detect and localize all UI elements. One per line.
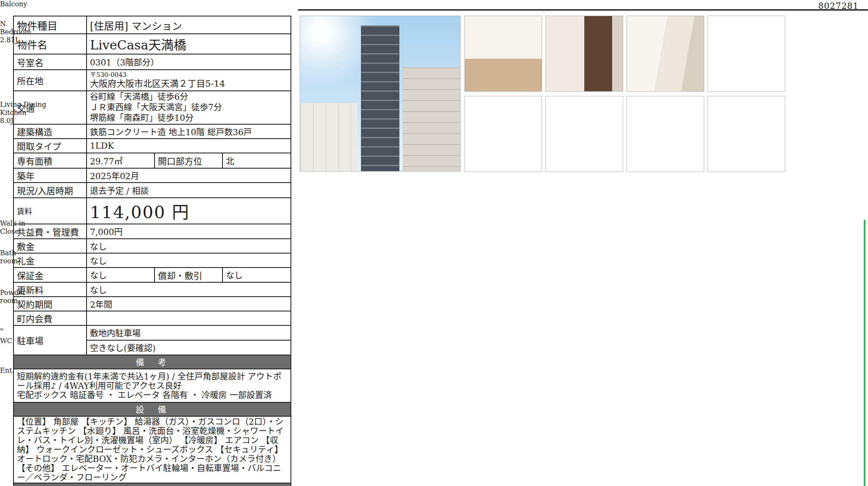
table-row: 敷金 なし xyxy=(14,239,291,253)
address-value: 〒530-0043 大阪府大阪市北区天満２丁目5-14 xyxy=(87,70,291,91)
parking-label: 駐車場 xyxy=(14,325,87,355)
photo-washbasin[interactable] xyxy=(545,96,623,172)
equipment-text: 【位置】 角部屋 【キッチン】 給湯器（ガス）・ガスコンロ（2口）・システムキッ… xyxy=(14,416,291,483)
transport-value: 谷町線「天満橋」徒歩6分 ＪＲ東西線「大阪天満宮」徒歩7分 堺筋線「南森町」徒歩… xyxy=(87,91,291,124)
photo-room-corner[interactable] xyxy=(627,16,704,92)
table-row: 契約期間 2年間 xyxy=(14,297,291,311)
table-row: 更新料 なし xyxy=(14,282,291,297)
town-fee-label: 町内会費 xyxy=(14,311,87,325)
key-money-label: 礼金 xyxy=(14,253,87,268)
right-green-border xyxy=(864,220,865,486)
remarks-text: 短期解約違約金有(1年未満で共込1ヶ月) / 全住戸角部屋設計 アウトポール採用… xyxy=(14,369,291,402)
photo-bathroom[interactable] xyxy=(708,96,785,172)
layout-type-label: 間取タイプ xyxy=(14,139,87,153)
equipment-band: 設 備 xyxy=(14,402,291,416)
photo-room-closet[interactable] xyxy=(545,16,623,92)
structure-label: 建築構造 xyxy=(14,124,87,139)
fees-label: 共益費・管理費 xyxy=(14,224,87,239)
conditions-band: 条 件 xyxy=(14,483,291,486)
table-row: 町内会費 xyxy=(14,311,291,325)
renewal-value: なし xyxy=(87,282,291,297)
renewal-label: 更新料 xyxy=(14,282,87,297)
table-row: 設 備 xyxy=(14,402,291,416)
floorplan-washer: w xyxy=(0,327,10,337)
floorplan-shoes-box xyxy=(0,380,6,407)
table-row: 交通 谷町線「天満橋」徒歩6分 ＪＲ東西線「大阪天満宮」徒歩7分 堺筋線「南森町… xyxy=(14,91,291,124)
table-row: 駐車場 敷地内駐車場 xyxy=(14,325,291,340)
table-row: 短期解約違約金有(1年未満で共込1ヶ月) / 全住戸角部屋設計 アウトポール採用… xyxy=(14,369,291,402)
building-right-shape xyxy=(403,67,460,171)
postal-code: 〒530-0043 xyxy=(90,71,288,79)
table-row: 備 考 xyxy=(14,355,291,369)
building-main-shape xyxy=(361,25,399,171)
property-type-label: 物件種目 xyxy=(14,16,87,34)
table-row: 号室名 0301（3階部分） xyxy=(14,54,291,70)
property-flyer-page: 8027281 物件種目 [住居用] マンション 物件名 LiveCasa天満橋… xyxy=(0,0,868,486)
room-no-value: 0301（3階部分） xyxy=(87,54,291,70)
property-name-value: LiveCasa天満橋 xyxy=(87,34,291,54)
table-row: 保証金 なし 償却・敷引 なし xyxy=(14,268,291,282)
building-left-shape xyxy=(300,103,358,171)
deposit-label: 敷金 xyxy=(14,239,87,253)
property-name-label: 物件名 xyxy=(14,34,87,54)
status-label: 現況/入居時期 xyxy=(14,183,87,198)
table-row: 物件名 LiveCasa天満橋 xyxy=(14,34,291,54)
photo-interior[interactable] xyxy=(627,96,704,172)
remarks-band: 備 考 xyxy=(14,355,291,369)
photo-kitchen[interactable] xyxy=(708,16,785,92)
table-row: 建築構造 鉄筋コンクリート造 地上10階 総戸数36戸 xyxy=(14,124,291,139)
table-row: 条 件 xyxy=(14,483,291,486)
built-label: 築年 xyxy=(14,168,87,183)
table-row: 【位置】 角部屋 【キッチン】 給湯器（ガス）・ガスコンロ（2口）・システムキッ… xyxy=(14,416,291,483)
town-fee-value xyxy=(87,311,291,325)
photo-thumbnail-grid xyxy=(464,16,789,172)
photo-toilet[interactable] xyxy=(464,96,542,172)
room-no-label: 号室名 xyxy=(14,54,87,70)
rent-value: 114,000 円 xyxy=(87,198,291,224)
built-value: 2025年02月 xyxy=(87,168,291,183)
parking-value-2: 空きなし(要確認) xyxy=(87,340,291,355)
amortization-label: 償却・敷引 xyxy=(155,268,222,282)
term-value: 2年間 xyxy=(87,297,291,311)
table-row: 築年 2025年02月 xyxy=(14,168,291,183)
status-value: 退去予定 / 相談 xyxy=(87,183,291,198)
top-divider xyxy=(298,9,868,11)
deposit-value: なし xyxy=(87,239,291,253)
photo-building-exterior[interactable] xyxy=(300,16,461,172)
table-row: 共益費・管理費 7,000円 xyxy=(14,224,291,239)
table-row: 礼金 なし xyxy=(14,253,291,268)
term-label: 契約期間 xyxy=(14,297,87,311)
address-label: 所在地 xyxy=(14,70,87,91)
transport-label: 交通 xyxy=(14,91,87,124)
table-row: 賃料 114,000 円 xyxy=(14,198,291,224)
table-row: 物件種目 [住居用] マンション xyxy=(14,16,291,34)
property-detail-table: 物件種目 [住居用] マンション 物件名 LiveCasa天満橋 号室名 030… xyxy=(13,16,291,486)
area-value: 29.77㎡ xyxy=(87,153,155,168)
guarantee-label: 保証金 xyxy=(14,268,87,282)
facing-value: 北 xyxy=(222,153,291,168)
parking-value-1: 敷地内駐車場 xyxy=(87,325,291,340)
structure-value: 鉄筋コンクリート造 地上10階 総戸数36戸 xyxy=(87,124,291,139)
layout-type-value: 1LDK xyxy=(87,139,291,153)
amortization-value: なし xyxy=(222,268,291,282)
address-text: 大阪府大阪市北区天満２丁目5-14 xyxy=(90,79,288,89)
table-row: 専有面積 29.77㎡ 開口部方位 北 xyxy=(14,153,291,168)
facing-label: 開口部方位 xyxy=(155,153,222,168)
rent-label: 賃料 xyxy=(14,198,87,224)
fees-value: 7,000円 xyxy=(87,224,291,239)
area-label: 専有面積 xyxy=(14,153,87,168)
table-row: 所在地 〒530-0043 大阪府大阪市北区天満２丁目5-14 xyxy=(14,70,291,91)
table-row: 現況/入居時期 退去予定 / 相談 xyxy=(14,183,291,198)
table-row: 間取タイプ 1LDK xyxy=(14,139,291,153)
guarantee-value: なし xyxy=(87,268,155,282)
property-type-value: [住居用] マンション xyxy=(87,16,291,34)
key-money-value: なし xyxy=(87,253,291,268)
photo-living-room[interactable] xyxy=(464,16,542,92)
